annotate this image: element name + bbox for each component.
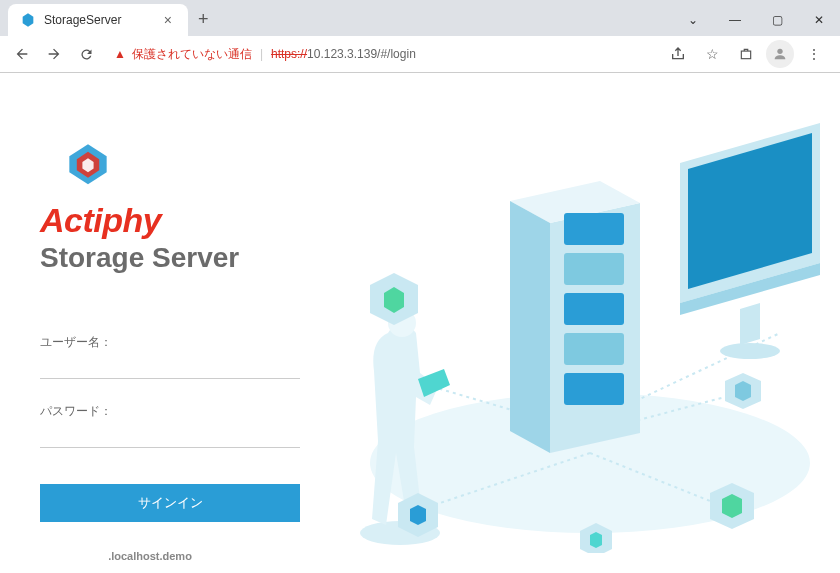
- username-input[interactable]: [40, 355, 300, 379]
- back-button[interactable]: [8, 40, 36, 68]
- password-input[interactable]: [40, 424, 300, 448]
- svg-rect-0: [741, 51, 750, 59]
- tab-title: StorageServer: [44, 13, 121, 27]
- password-label: パスワード：: [40, 403, 300, 420]
- svg-point-9: [360, 521, 440, 545]
- svg-rect-7: [564, 373, 624, 405]
- maximize-button[interactable]: ▢: [756, 4, 798, 36]
- login-page: Actiphy Storage Server ユーザー名： パスワード： サイン…: [0, 73, 840, 573]
- svg-rect-5: [564, 293, 624, 325]
- address-bar[interactable]: ▲ 保護されていない通信 | https://10.123.3.139/#/lo…: [104, 42, 660, 67]
- brand-logo-icon: [60, 133, 116, 189]
- svg-point-2: [370, 393, 810, 533]
- close-window-button[interactable]: ✕: [798, 4, 840, 36]
- star-icon[interactable]: ☆: [698, 40, 726, 68]
- favicon-icon: [20, 12, 36, 28]
- share-icon[interactable]: [664, 40, 692, 68]
- svg-point-8: [720, 343, 780, 359]
- warning-icon: ▲: [114, 47, 126, 61]
- minimize-button[interactable]: —: [714, 4, 756, 36]
- tab-close-icon[interactable]: ×: [160, 12, 176, 28]
- svg-point-10: [388, 309, 416, 337]
- browser-tab[interactable]: StorageServer ×: [8, 4, 188, 36]
- new-tab-button[interactable]: +: [188, 3, 219, 36]
- profile-avatar-icon[interactable]: [766, 40, 794, 68]
- svg-point-1: [777, 49, 782, 54]
- extensions-icon[interactable]: [732, 40, 760, 68]
- product-name: Storage Server: [40, 242, 840, 274]
- brand-name: Actiphy: [40, 201, 840, 240]
- forward-button[interactable]: [40, 40, 68, 68]
- security-warning: 保護されていない通信: [132, 46, 252, 63]
- login-form: ユーザー名： パスワード： サインイン: [40, 334, 300, 522]
- svg-rect-6: [564, 333, 624, 365]
- chevron-down-icon[interactable]: ⌄: [672, 4, 714, 36]
- logo-area: Actiphy Storage Server: [40, 133, 840, 274]
- reload-button[interactable]: [72, 40, 100, 68]
- signin-button[interactable]: サインイン: [40, 484, 300, 522]
- username-label: ユーザー名：: [40, 334, 300, 351]
- url-protocol: https://: [271, 47, 307, 61]
- footer-hostname: .localhost.demo: [0, 550, 300, 562]
- url-host: 10.123.3.139/#/login: [307, 47, 416, 61]
- menu-icon[interactable]: ⋮: [800, 40, 828, 68]
